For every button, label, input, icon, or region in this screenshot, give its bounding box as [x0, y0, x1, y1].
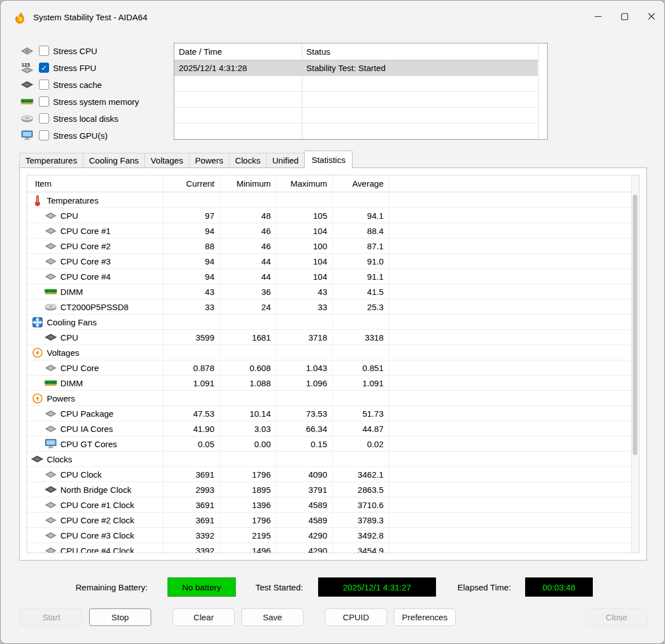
- chip-icon: [44, 425, 58, 433]
- stats-row-filler: [389, 376, 631, 390]
- stats-column-header[interactable]: Minimum: [220, 175, 276, 192]
- stress-option-checkbox[interactable]: [39, 80, 49, 90]
- log-column-divider: [302, 43, 302, 139]
- window-minimize-button[interactable]: [585, 1, 611, 33]
- stress-option-checkbox[interactable]: [39, 96, 49, 107]
- stats-minimum-value: 1496: [220, 543, 276, 553]
- stats-maximum-value: 1.043: [276, 360, 333, 375]
- stress-option-checkbox[interactable]: [39, 113, 49, 123]
- stats-group-row[interactable]: Voltages: [27, 345, 631, 360]
- cpuid-button[interactable]: CPUID: [325, 608, 387, 626]
- window-title: System Stability Test - AIDA64: [33, 12, 147, 22]
- stats-row-label: CPU Core #3 Clock: [60, 531, 134, 540]
- preferences-button[interactable]: Preferences: [394, 608, 456, 626]
- stats-current-value: [164, 193, 220, 208]
- window-close-button[interactable]: [638, 1, 664, 33]
- clear-button[interactable]: Clear: [173, 608, 235, 626]
- stats-minimum-value: 44: [220, 269, 276, 284]
- app-flame-icon: [13, 10, 27, 24]
- stress-option-checkbox[interactable]: [39, 46, 49, 56]
- stats-row-filler: [389, 208, 631, 223]
- tab-cooling-fans[interactable]: Cooling Fans: [83, 153, 145, 167]
- stats-row[interactable]: CPU IA Cores41.903.0366.3444.87: [27, 421, 631, 436]
- stats-row[interactable]: CPU GT Cores0.050.000.150.02: [27, 436, 631, 452]
- stats-maximum-value: 104: [276, 254, 333, 268]
- tab-statistics[interactable]: Statistics: [304, 151, 353, 168]
- stats-row[interactable]: CPU Core #1944610488.4: [27, 223, 631, 239]
- stats-row-label: North Bridge Clock: [60, 485, 131, 495]
- statistics-table: ItemCurrentMinimumMaximumAverage Tempera…: [27, 175, 640, 553]
- stats-group-row[interactable]: Cooling Fans: [27, 315, 631, 330]
- stats-row[interactable]: CPU Core #4 Clock3392149642903454.9: [27, 543, 631, 553]
- stats-row[interactable]: North Bridge Clock2993189537912863.5: [27, 482, 631, 497]
- log-body: 2025/12/1 4:31:28Stability Test: Started: [174, 60, 547, 139]
- stress-option-row: Stress GPU(s): [19, 127, 139, 144]
- stats-column-header[interactable]: Average: [333, 175, 389, 192]
- tab-bar: TemperaturesCooling FansVoltagesPowersCl…: [19, 152, 353, 167]
- stats-row-label: DIMM: [60, 287, 83, 297]
- save-button[interactable]: Save: [241, 608, 303, 626]
- stats-row[interactable]: CPU Core #2884610087.1: [27, 239, 631, 254]
- stats-maximum-value: 66.34: [276, 421, 333, 436]
- stats-scrollbar[interactable]: [631, 175, 639, 553]
- stats-row[interactable]: CPU3599168137183318: [27, 330, 631, 345]
- stats-row[interactable]: CPU Core #3944410491.0: [27, 254, 631, 269]
- stats-average-value: 1.091: [333, 376, 389, 390]
- stats-average-value: [333, 193, 389, 208]
- stress-option-label: Stress FPU: [53, 63, 96, 73]
- tab-voltages[interactable]: Voltages: [144, 153, 190, 167]
- stats-row[interactable]: DIMM1.0911.0881.0961.091: [27, 376, 631, 391]
- battery-label: Remaining Battery:: [76, 577, 148, 597]
- stats-column-header[interactable]: Item: [27, 175, 164, 192]
- stats-row[interactable]: CPU Core #2 Clock3691179645893789.3: [27, 513, 631, 528]
- stats-current-value: 3392: [164, 543, 220, 553]
- stats-current-value: [164, 452, 220, 466]
- close-button[interactable]: Close: [585, 608, 648, 626]
- stats-minimum-value: [220, 391, 276, 405]
- stats-row[interactable]: CPU Package47.5310.1473.5351.73: [27, 406, 631, 421]
- stats-row[interactable]: CPU Core #3 Clock3392219542903492.8: [27, 528, 631, 543]
- log-column-header[interactable]: Date / Time: [174, 47, 302, 56]
- stats-row-filler: [389, 543, 631, 553]
- stats-group-row[interactable]: Temperatures: [27, 193, 631, 208]
- stats-row[interactable]: CPU Clock3691179640903462.1: [27, 467, 631, 482]
- tab-unified[interactable]: Unified: [266, 153, 305, 167]
- stats-minimum-value: 0.608: [220, 360, 276, 375]
- stats-maximum-value: [276, 193, 333, 208]
- log-row[interactable]: 2025/12/1 4:31:28Stability Test: Started: [174, 60, 538, 76]
- stats-current-value: 0.05: [164, 436, 220, 451]
- tab-powers[interactable]: Powers: [189, 153, 230, 167]
- stress-option-checkbox[interactable]: [39, 130, 49, 140]
- stats-column-header[interactable]: Maximum: [276, 175, 333, 192]
- log-empty-row: [174, 123, 538, 139]
- stats-row[interactable]: CPU Core #4944410491.1: [27, 269, 631, 284]
- stats-maximum-value: 4290: [276, 528, 333, 542]
- elapsed-time-value: 00:03:48: [525, 577, 593, 597]
- log-scrollbar-gutter[interactable]: [538, 43, 547, 139]
- stats-group-row[interactable]: Clocks: [27, 452, 631, 467]
- stats-row[interactable]: CT2000P5PSSD833243325.3: [27, 299, 631, 315]
- stats-scrollbar-thumb[interactable]: [633, 195, 637, 455]
- window-maximize-button[interactable]: [611, 1, 638, 33]
- stats-row[interactable]: DIMM43364341.5: [27, 284, 631, 299]
- stats-average-value: [333, 315, 389, 329]
- stress-option-checkbox[interactable]: ✓: [39, 63, 49, 73]
- stats-group-row[interactable]: Powers: [27, 391, 631, 406]
- tab-temperatures[interactable]: Temperatures: [19, 153, 83, 167]
- stats-row-filler: [389, 193, 631, 208]
- log-column-header[interactable]: Status: [302, 47, 547, 56]
- start-button[interactable]: Start: [20, 608, 82, 626]
- stats-column-header[interactable]: Current: [164, 175, 220, 192]
- tab-clocks[interactable]: Clocks: [229, 153, 267, 167]
- stats-row[interactable]: CPU Core0.8780.6081.0430.851: [27, 360, 631, 376]
- stats-minimum-value: 36: [220, 284, 276, 299]
- stats-row-label: CPU: [60, 333, 78, 342]
- stress-option-row: Stress local disks: [19, 110, 139, 127]
- stats-current-value: 2993: [164, 482, 220, 497]
- log-empty-row: [174, 108, 538, 123]
- stats-minimum-value: 24: [220, 299, 276, 314]
- disk-icon: [44, 303, 58, 311]
- stats-row[interactable]: CPU Core #1 Clock3691139645893710.6: [27, 497, 631, 513]
- stop-button[interactable]: Stop: [89, 608, 151, 626]
- stats-row[interactable]: CPU974810594.1: [27, 208, 631, 223]
